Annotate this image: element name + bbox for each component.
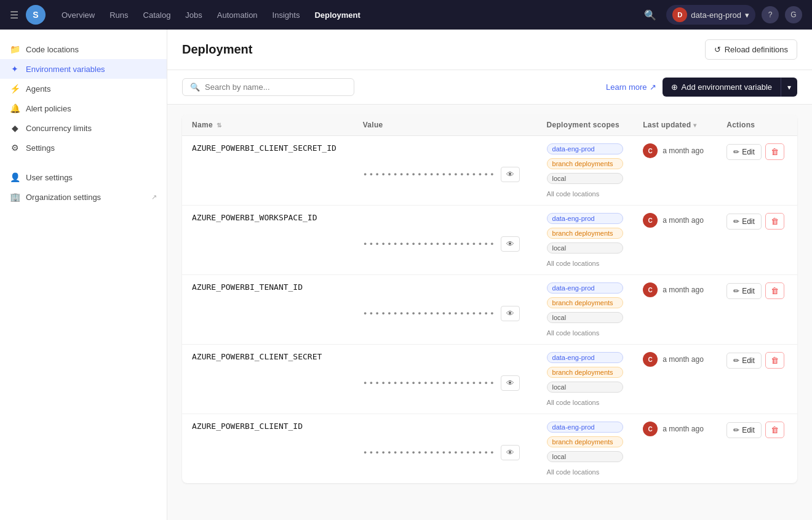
sidebar-item-concurrency-limits[interactable]: ◆ Concurrency limits [0, 118, 167, 138]
sidebar-alert-label: Alert policies [26, 104, 71, 113]
settings-icon: ⚙ [10, 143, 20, 153]
delete-button[interactable]: 🗑 [765, 352, 784, 369]
col-header-value: Value [353, 114, 537, 136]
nav-right-actions: 🔍 D data-eng-prod ▾ ? G [640, 5, 802, 25]
delete-button[interactable]: 🗑 [765, 143, 784, 160]
actions-cell: ✏ Edit 🗑 [717, 414, 797, 484]
deployment-scopes: data-eng-prodbranch deploymentslocal All… [537, 414, 634, 484]
sidebar-item-org-settings[interactable]: 🏢 Organization settings ↗ [0, 187, 167, 207]
nav-links: Overview Runs Catalog Jobs Automation In… [55, 7, 635, 23]
delete-button[interactable]: 🗑 [765, 422, 784, 438]
avatar: C [643, 422, 658, 436]
search-icon: 🔍 [190, 82, 200, 92]
nav-overview[interactable]: Overview [55, 7, 101, 23]
toggle-visibility-button[interactable]: 👁 [501, 236, 520, 252]
all-code-locations-label: All code locations [547, 468, 624, 476]
sidebar-user-settings-label: User settings [26, 173, 73, 182]
nav-runs[interactable]: Runs [103, 7, 134, 23]
reload-icon: ↺ [714, 45, 721, 54]
add-variable-dropdown-button[interactable]: ▾ [781, 78, 797, 97]
sort-icon[interactable]: ⇅ [217, 122, 221, 129]
sidebar-item-code-locations[interactable]: 📁 Code locations [0, 39, 167, 59]
external-link-icon: ↗ [151, 193, 157, 201]
all-code-locations-label: All code locations [547, 190, 624, 198]
edit-icon: ✏ [733, 426, 739, 434]
search-button[interactable]: 🔍 [640, 6, 660, 25]
sidebar-item-environment-variables[interactable]: ✦ Environment variables [0, 59, 167, 79]
updated-time-label: a month ago [663, 286, 704, 294]
table-row: AZURE_POWERBI_WORKSPACE_ID •••••••••••••… [182, 206, 797, 275]
sidebar-concurrency-label: Concurrency limits [26, 124, 92, 133]
col-header-scopes: Deployment scopes [537, 114, 634, 136]
scope-tag: branch deployments [547, 158, 624, 169]
nav-insights[interactable]: Insights [266, 7, 306, 23]
scope-tag: local [547, 451, 624, 462]
scope-tag: local [547, 312, 624, 323]
actions-cell: ✏ Edit 🗑 [717, 206, 797, 275]
edit-label: Edit [742, 356, 755, 365]
updated-time-label: a month ago [663, 146, 704, 155]
hidden-value-dots: •••••••••••••••••••••• [363, 239, 496, 249]
reload-definitions-button[interactable]: ↺ Reload definitions [705, 39, 797, 60]
delete-button[interactable]: 🗑 [765, 282, 784, 299]
env-var-value: •••••••••••••••••••••• 👁 [353, 275, 537, 345]
sidebar-org-settings-label: Organization settings [26, 193, 101, 202]
add-variable-group: ⊕ Add environment variable ▾ [663, 78, 797, 97]
env-var-name: AZURE_POWERBI_TENANT_ID [182, 275, 353, 345]
nav-automation[interactable]: Automation [211, 7, 264, 23]
add-environment-variable-button[interactable]: ⊕ Add environment variable [663, 78, 781, 97]
edit-button[interactable]: ✏ Edit [726, 283, 762, 299]
sidebar-item-user-settings[interactable]: 👤 User settings [0, 167, 167, 187]
deployment-scopes: data-eng-prodbranch deploymentslocal All… [537, 206, 634, 275]
last-updated-sort-icon[interactable]: ▾ [693, 122, 696, 129]
edit-button[interactable]: ✏ Edit [726, 353, 762, 369]
reload-button-label: Reload definitions [725, 45, 788, 54]
edit-icon: ✏ [733, 217, 739, 226]
user-pill[interactable]: D data-eng-prod ▾ [666, 5, 755, 25]
toggle-visibility-button[interactable]: 👁 [501, 167, 520, 182]
toggle-visibility-button[interactable]: 👁 [501, 375, 520, 391]
nav-jobs[interactable]: Jobs [179, 7, 208, 23]
menu-icon[interactable]: ☰ [10, 9, 18, 21]
env-vars-icon: ✦ [10, 64, 20, 74]
folder-icon: 📁 [10, 44, 20, 54]
user-name: data-eng-prod [691, 10, 741, 20]
toggle-visibility-button[interactable]: 👁 [501, 306, 520, 321]
alert-icon: 🔔 [10, 103, 20, 113]
hidden-value-dots: •••••••••••••••••••••• [363, 309, 496, 318]
search-input[interactable] [205, 82, 346, 92]
toggle-visibility-button[interactable]: 👁 [501, 445, 520, 460]
col-header-name: Name ⇅ [182, 114, 353, 136]
learn-more-link[interactable]: Learn more ↗ [606, 82, 656, 92]
sidebar-item-settings[interactable]: ⚙ Settings [0, 138, 167, 158]
edit-button[interactable]: ✏ Edit [726, 422, 762, 438]
edit-button[interactable]: ✏ Edit [726, 144, 762, 160]
last-updated-cell: C a month ago [633, 345, 717, 414]
deployment-scopes: data-eng-prodbranch deploymentslocal All… [537, 275, 634, 345]
last-updated-cell: C a month ago [633, 275, 717, 345]
scope-tag: local [547, 242, 624, 254]
nav-catalog[interactable]: Catalog [137, 7, 177, 23]
profile-button[interactable]: G [785, 6, 802, 23]
env-var-name: AZURE_POWERBI_CLIENT_ID [182, 414, 353, 484]
edit-label: Edit [742, 426, 755, 434]
nav-deployment[interactable]: Deployment [308, 7, 366, 23]
all-code-locations-label: All code locations [547, 399, 624, 406]
sidebar-item-agents[interactable]: ⚡ Agents [0, 79, 167, 98]
delete-button[interactable]: 🗑 [765, 213, 784, 230]
sidebar-item-alert-policies[interactable]: 🔔 Alert policies [0, 98, 167, 118]
help-button[interactable]: ? [762, 6, 779, 23]
updated-time-label: a month ago [663, 216, 704, 225]
edit-button[interactable]: ✏ Edit [726, 214, 762, 230]
env-var-value: •••••••••••••••••••••• 👁 [353, 414, 537, 484]
table-row: AZURE_POWERBI_CLIENT_SECRET ••••••••••••… [182, 345, 797, 414]
all-code-locations-label: All code locations [547, 260, 624, 267]
scope-tag: data-eng-prod [547, 352, 624, 363]
hidden-value-dots: •••••••••••••••••••••• [363, 448, 496, 457]
scope-tag: data-eng-prod [547, 282, 624, 294]
avatar: C [643, 213, 658, 228]
search-box[interactable]: 🔍 [182, 78, 354, 96]
sidebar-code-locations-label: Code locations [26, 45, 79, 54]
updated-time-label: a month ago [663, 355, 704, 364]
hidden-value-dots: •••••••••••••••••••••• [363, 378, 496, 388]
